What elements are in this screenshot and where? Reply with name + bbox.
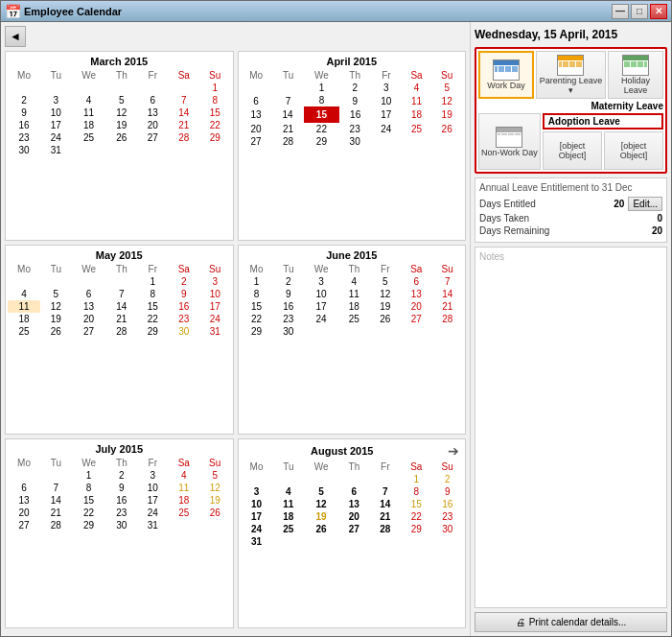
cal-cell[interactable]: [338, 473, 369, 485]
cal-cell[interactable]: 11: [169, 482, 199, 494]
cal-cell[interactable]: 3: [137, 469, 168, 482]
cal-cell[interactable]: [338, 325, 369, 338]
cal-cell[interactable]: 2: [273, 275, 304, 288]
cal-cell[interactable]: [370, 325, 401, 338]
cal-cell[interactable]: 19: [431, 107, 462, 122]
cal-cell[interactable]: 30: [273, 325, 304, 338]
cal-cell[interactable]: [371, 135, 402, 148]
cal-cell[interactable]: 25: [169, 507, 199, 519]
cal-cell[interactable]: 23: [431, 510, 463, 523]
cal-cell[interactable]: 9: [273, 288, 304, 300]
cal-cell[interactable]: 26: [199, 507, 231, 519]
cal-cell[interactable]: [241, 473, 273, 485]
cal-cell[interactable]: 24: [40, 131, 71, 144]
cal-cell[interactable]: 22: [137, 313, 168, 325]
cal-cell[interactable]: 16: [273, 300, 304, 313]
cal-cell[interactable]: 30: [169, 325, 199, 338]
cal-cell[interactable]: 17: [241, 510, 273, 523]
cal-cell[interactable]: 15: [137, 300, 168, 313]
holiday-leave-button[interactable]: Holiday Leave: [608, 51, 663, 99]
cal-cell[interactable]: 6: [401, 275, 431, 288]
cal-cell[interactable]: 18: [72, 119, 106, 131]
edit-button[interactable]: Edit...: [628, 197, 662, 211]
cal-cell[interactable]: 9: [431, 485, 463, 498]
cal-cell[interactable]: 19: [40, 313, 71, 325]
cal-cell[interactable]: [401, 325, 431, 338]
parenting-leave-button[interactable]: Parenting Leave ▾: [536, 51, 606, 99]
cal-cell[interactable]: [338, 535, 369, 548]
cal-cell[interactable]: 1: [241, 275, 273, 288]
cal-cell[interactable]: 23: [106, 507, 137, 519]
cal-cell[interactable]: 24: [371, 122, 402, 135]
maximize-button[interactable]: □: [631, 4, 648, 19]
cal-cell[interactable]: 27: [241, 135, 272, 148]
cal-cell[interactable]: 9: [8, 106, 40, 119]
cal-cell[interactable]: 31: [137, 519, 168, 531]
cal-cell[interactable]: 26: [40, 325, 71, 338]
cal-cell[interactable]: 9: [169, 288, 199, 300]
cal-cell[interactable]: 7: [169, 94, 199, 106]
cal-cell[interactable]: 2: [8, 94, 40, 106]
cal-cell[interactable]: 7: [40, 482, 71, 494]
nav-back-button[interactable]: ◄: [5, 26, 26, 47]
minimize-button[interactable]: —: [612, 4, 629, 19]
cal-cell[interactable]: 24: [241, 523, 273, 535]
cal-cell[interactable]: 28: [272, 135, 305, 148]
cal-cell[interactable]: 17: [137, 494, 168, 507]
cal-cell[interactable]: 20: [137, 119, 168, 131]
cal-cell[interactable]: 11: [402, 94, 432, 107]
cal-cell[interactable]: 30: [338, 135, 371, 148]
cal-cell[interactable]: 15: [401, 498, 431, 510]
cal-cell[interactable]: 5: [199, 469, 231, 482]
cal-cell[interactable]: 21: [431, 300, 463, 313]
cal-cell[interactable]: 13: [8, 494, 40, 507]
cal-cell[interactable]: 29: [401, 523, 431, 535]
cal-cell[interactable]: 11: [72, 106, 106, 119]
cal-cell[interactable]: 16: [169, 300, 199, 313]
cal-cell[interactable]: [402, 135, 432, 148]
cal-cell[interactable]: 2: [338, 82, 371, 94]
leave-button-2[interactable]: [object Object]: [604, 131, 663, 170]
cal-cell[interactable]: 25: [8, 325, 40, 338]
cal-cell[interactable]: 12: [199, 482, 231, 494]
cal-cell[interactable]: 18: [169, 494, 199, 507]
cal-cell[interactable]: 6: [8, 482, 40, 494]
cal-cell[interactable]: 7: [370, 485, 401, 498]
cal-cell[interactable]: 11: [273, 498, 304, 510]
cal-cell[interactable]: 15: [199, 106, 231, 119]
cal-cell[interactable]: 7: [272, 94, 305, 107]
cal-cell[interactable]: 8: [72, 482, 106, 494]
cal-cell[interactable]: 20: [338, 510, 369, 523]
cal-cell[interactable]: 17: [40, 119, 71, 131]
cal-cell[interactable]: [40, 275, 71, 288]
cal-cell[interactable]: 7: [431, 275, 463, 288]
cal-cell[interactable]: 27: [338, 523, 369, 535]
cal-cell[interactable]: 21: [272, 122, 305, 135]
cal-cell[interactable]: [8, 82, 40, 94]
cal-cell[interactable]: 14: [431, 288, 463, 300]
cal-cell[interactable]: 4: [402, 82, 432, 94]
cal-cell[interactable]: 5: [370, 275, 401, 288]
cal-cell[interactable]: 3: [304, 275, 338, 288]
cal-cell[interactable]: [370, 473, 401, 485]
cal-cell[interactable]: 4: [8, 288, 40, 300]
cal-cell[interactable]: 26: [106, 131, 137, 144]
cal-cell[interactable]: [106, 144, 137, 156]
cal-cell[interactable]: 12: [431, 94, 462, 107]
cal-cell[interactable]: [272, 82, 305, 94]
cal-cell[interactable]: 20: [72, 313, 106, 325]
cal-cell[interactable]: 3: [199, 275, 231, 288]
cal-cell[interactable]: 18: [402, 107, 432, 122]
cal-cell[interactable]: 21: [370, 510, 401, 523]
cal-cell[interactable]: 4: [169, 469, 199, 482]
cal-cell[interactable]: 14: [370, 498, 401, 510]
cal-cell[interactable]: 2: [106, 469, 137, 482]
cal-cell[interactable]: 20: [241, 122, 272, 135]
cal-cell[interactable]: [431, 135, 462, 148]
cal-cell[interactable]: [137, 144, 168, 156]
cal-cell[interactable]: 27: [137, 131, 168, 144]
cal-cell[interactable]: 4: [273, 485, 304, 498]
cal-cell[interactable]: 5: [431, 82, 462, 94]
cal-cell[interactable]: 14: [106, 300, 137, 313]
cal-cell[interactable]: 8: [137, 288, 168, 300]
